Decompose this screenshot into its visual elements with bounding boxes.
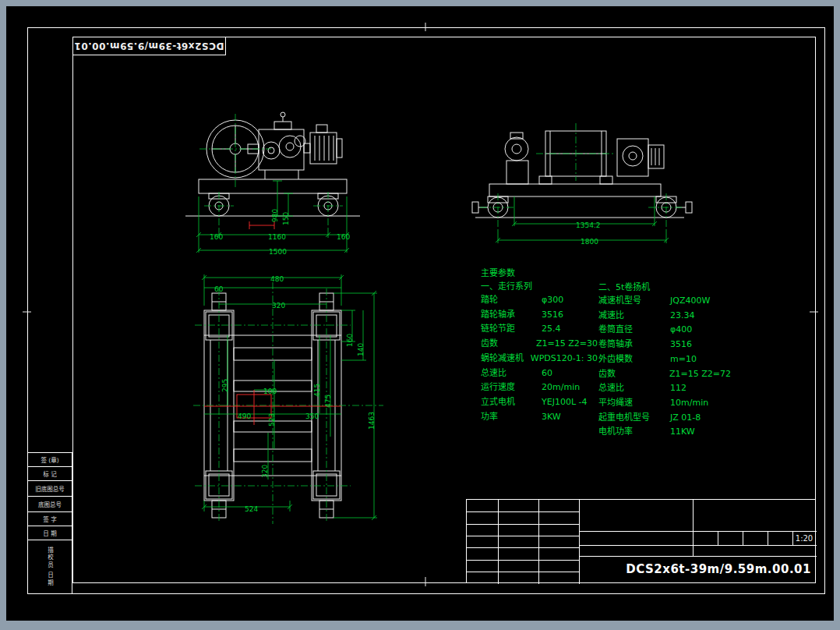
title-block-line [467,547,579,548]
param-row: 运行速度20m/min [481,380,598,395]
parameters-header: 主要参数 [481,267,598,280]
title-block-line [768,531,768,545]
dim-label: 480 [270,276,284,283]
param-row: 卷筒轴承3516 [598,338,731,352]
title-block-line [693,500,694,556]
dim-label: 350 [305,413,319,420]
title-block-line [467,572,579,572]
param-row: 总速比112 [598,381,731,396]
margin-row: 签 字 [28,512,72,526]
param-row: 总速比60 [481,366,598,381]
param-row: 减速比23.34 [598,309,731,324]
dim-label: 1160 [268,234,286,241]
param-row: 起重电机型号JZ 01-8 [598,411,731,426]
margin-table: 签 (章) 标 记 旧底图总号 底图总号 签 字 日 期 描校员 日期 [27,452,72,594]
dim-label: 320 [262,465,269,478]
title-block-line [743,531,743,545]
title-block-line [579,545,817,546]
title-block-line [467,536,579,536]
title-block-line [467,511,579,512]
margin-row: 标 记 [28,467,72,481]
title-block-line [718,531,718,545]
dim-label: 140 [358,343,365,356]
param-row: 链轮节距25.4 [481,322,598,337]
param-row: 蜗轮减速机WPDS120-1: 30 [481,352,598,366]
section-title-travel: 一、走行系列 [481,280,598,293]
param-row: 外齿模数m=10 [598,352,731,367]
dim-label: 980 [272,209,279,222]
param-row: 卷筒直径φ400 [598,323,731,338]
param-row: 踏轮轴承3516 [481,308,598,323]
param-row: 立式电机YEJ100L -4 [481,395,598,410]
title-block-line [467,524,579,525]
title-block: 1:20 DCS2x6t-39m/9.59m.00.01 [466,499,816,583]
dim-label: 150 [283,212,290,225]
margin-row: 日 期 [28,526,72,540]
dim-label: 1463 [369,412,376,430]
margin-row: 描校员 日期 [28,540,72,593]
param-row: 齿数Z1=15 Z2=72 [598,367,731,382]
dim-label: 160 [210,234,223,241]
dim-label: 160 [337,234,350,241]
dim-label: 100 [263,388,277,395]
dim-label: 490 [238,413,251,420]
dim-label: 1800 [581,239,598,246]
param-row: 踏轮φ300 [481,293,598,308]
dim-label: 160 [347,334,354,347]
param-row: 齿数Z1=15 Z2=30 [481,337,598,352]
dim-label: 523 [269,413,276,426]
dim-label: 295 [222,379,229,392]
dim-label: 1500 [269,249,287,256]
margin-row: 签 (章) [28,453,72,467]
title-block-line [467,560,579,561]
parameters-column-hoist: 二、5t卷扬机 减速机型号JQZ400W 减速比23.34 卷筒直径φ400 卷… [598,281,731,440]
section-title-hoist: 二、5t卷扬机 [598,281,731,294]
title-block-line [579,531,817,532]
drawing-canvas: DCS2x6t-39m/9.59m.00.01 [6,6,834,621]
parameters-column-travel: 主要参数 一、走行系列 踏轮φ300 踏轮轴承3516 链轮节距25.4 齿数Z… [481,267,598,424]
margin-row: 旧底图总号 [28,481,72,497]
drawing-number: DCS2x6t-39m/9.59m.00.01 [579,556,816,583]
dim-label: 1354.2 [576,222,601,229]
dim-label: 475 [325,395,332,408]
param-row: 减速机型号JQZ400W [598,294,731,309]
param-row: 功率3KW [481,410,598,425]
dim-label: 320 [272,303,285,310]
dim-label: 60 [214,286,223,293]
scale-value: 1:20 [792,531,816,545]
margin-row: 底图总号 [28,497,72,512]
cad-viewport: DCS2x6t-39m/9.59m.00.01 [0,0,840,630]
dim-label: 524 [245,506,258,513]
dim-label: 415 [314,384,321,397]
param-row: 平均绳速10m/min [598,396,731,411]
param-row: 电机功率11KW [598,425,731,440]
